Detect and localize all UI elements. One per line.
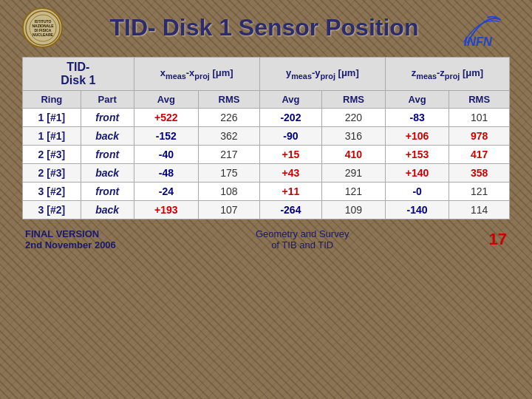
y-avg-cell: -264 (259, 201, 321, 219)
z-rms-cell: 417 (449, 146, 510, 164)
part-cell: back (81, 164, 134, 183)
y-avg-cell: +15 (259, 146, 321, 164)
y-rms-cell: 291 (322, 164, 386, 183)
part-col-header: Part (81, 91, 134, 109)
z-rms-cell: 114 (449, 201, 510, 219)
x-rms-header: RMS (199, 91, 260, 109)
page-footer: FINAL VERSION 2nd November 2006 Geometry… (22, 228, 510, 250)
footer-version: FINAL VERSION 2nd November 2006 (25, 228, 116, 250)
x-rms-cell: 175 (199, 164, 260, 183)
ring-cell: 2 [#3] (23, 164, 81, 183)
y-rms-cell: 410 (322, 146, 386, 164)
z-avg-cell: -140 (385, 201, 449, 219)
y-avg-header: Avg (259, 91, 321, 109)
x-avg-cell: -48 (134, 164, 198, 183)
ring-cell: 2 [#3] (23, 146, 81, 164)
x-avg-cell: -40 (134, 146, 198, 164)
y-rms-cell: 109 (322, 201, 386, 219)
y-rms-cell: 220 (322, 109, 386, 127)
table-row: 3 [#2] front -24 108 +11 121 -0 121 (23, 183, 510, 201)
x-avg-cell: +193 (134, 201, 198, 219)
x-rms-cell: 226 (199, 109, 260, 127)
z-avg-cell: +140 (385, 164, 449, 183)
y-avg-cell: +43 (259, 164, 321, 183)
x-rms-cell: 107 (199, 201, 260, 219)
footer-center: Geometry and Survey of TIB and TID (256, 228, 349, 250)
z-col-header: zmeas-zproj [μm] (385, 58, 509, 91)
z-avg-cell: -0 (385, 183, 449, 201)
z-rms-cell: 978 (449, 127, 510, 146)
z-rms-cell: 121 (449, 183, 510, 201)
y-avg-cell: +11 (259, 183, 321, 201)
x-col-header: xmeas-xproj [μm] (134, 58, 259, 91)
institute-logo: ISTITUTO NAZIONALE DI FISICA NUCLEARE (22, 7, 63, 48)
x-avg-cell: +522 (134, 109, 198, 127)
ring-cell: 3 [#2] (23, 201, 81, 219)
z-rms-header: RMS (449, 91, 510, 109)
y-avg-cell: -202 (259, 109, 321, 127)
page-header: ISTITUTO NAZIONALE DI FISICA NUCLEARE TI… (22, 7, 510, 48)
page-content: ISTITUTO NAZIONALE DI FISICA NUCLEARE TI… (0, 0, 532, 258)
z-avg-cell: -83 (385, 109, 449, 127)
y-rms-header: RMS (322, 91, 386, 109)
z-avg-header: Avg (385, 91, 449, 109)
page-number: 17 (489, 230, 507, 249)
x-rms-cell: 362 (199, 127, 260, 146)
x-rms-cell: 217 (199, 146, 260, 164)
y-avg-cell: -90 (259, 127, 321, 146)
ring-cell: 1 [#1] (23, 109, 81, 127)
y-rms-cell: 316 (322, 127, 386, 146)
x-avg-cell: -152 (134, 127, 198, 146)
ring-col-header: Ring (23, 91, 81, 109)
page-title: TID- Disk 1 Sensor Position (110, 14, 419, 41)
table-row: 1 [#1] back -152 362 -90 316 +106 978 (23, 127, 510, 146)
z-rms-cell: 358 (449, 164, 510, 183)
part-cell: back (81, 201, 134, 219)
data-table: TID- Disk 1 xmeas-xproj [μm] ymeas-yproj… (22, 57, 510, 219)
x-avg-header: Avg (134, 91, 198, 109)
svg-text:NUCLEARE: NUCLEARE (33, 33, 53, 37)
logo-area: ISTITUTO NAZIONALE DI FISICA NUCLEARE (22, 7, 63, 48)
tid-header: TID- Disk 1 (23, 58, 134, 91)
part-cell: front (81, 109, 134, 127)
ring-cell: 3 [#2] (23, 183, 81, 201)
z-rms-cell: 101 (449, 109, 510, 127)
z-avg-cell: +106 (385, 127, 449, 146)
part-cell: front (81, 146, 134, 164)
table-row: 3 [#2] back +193 107 -264 109 -140 114 (23, 201, 510, 219)
x-avg-cell: -24 (134, 183, 198, 201)
part-cell: front (81, 183, 134, 201)
z-avg-cell: +153 (385, 146, 449, 164)
x-rms-cell: 108 (199, 183, 260, 201)
table-row: 1 [#1] front +522 226 -202 220 -83 101 (23, 109, 510, 127)
table-row: 2 [#3] back -48 175 +43 291 +140 358 (23, 164, 510, 183)
y-col-header: ymeas-yproj [μm] (259, 58, 385, 91)
svg-text:INFN: INFN (464, 35, 493, 47)
y-rms-cell: 121 (322, 183, 386, 201)
part-cell: back (81, 127, 134, 146)
ring-cell: 1 [#1] (23, 127, 81, 146)
infn-logo: INFN (466, 10, 510, 47)
table-row: 2 [#3] front -40 217 +15 410 +153 417 (23, 146, 510, 164)
